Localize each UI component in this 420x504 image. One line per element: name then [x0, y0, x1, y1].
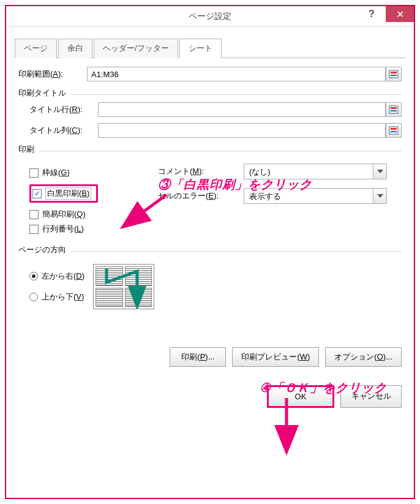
title-cols-input[interactable]	[98, 123, 386, 138]
svg-rect-2	[391, 75, 397, 76]
svg-rect-3	[389, 106, 398, 113]
gridlines-checkbox[interactable]	[29, 168, 39, 178]
title-cols-collapse-button[interactable]	[386, 123, 402, 138]
gridlines-checkbox-row[interactable]: 枠線(G)	[29, 167, 146, 178]
bw-checkbox[interactable]	[32, 189, 42, 198]
order-preview	[93, 264, 154, 309]
annotation-step4: ④「ＯＫ」をクリック	[260, 380, 387, 396]
svg-rect-6	[389, 127, 398, 134]
tab-margins[interactable]: 余白	[58, 39, 92, 58]
draft-checkbox-row[interactable]: 簡易印刷(Q)	[29, 209, 146, 220]
tab-strip: ページ 余白 ヘッダー/フッター シート	[15, 38, 405, 58]
bw-checkbox-row[interactable]: 白黒印刷(B)	[32, 187, 91, 200]
titlebar: ページ設定 ? ✕	[6, 6, 414, 27]
title-rows-label: タイトル行(R):	[29, 104, 98, 115]
order-ttb-radio-row[interactable]: 上から下(V)	[29, 291, 84, 303]
print-button[interactable]: 印刷(P)...	[170, 347, 226, 367]
order-ltr-radio-row[interactable]: 左から右(D)	[29, 271, 84, 282]
options-button[interactable]: オプション(O)...	[325, 347, 402, 367]
close-button[interactable]: ✕	[386, 6, 414, 22]
print-area-input[interactable]	[87, 67, 386, 81]
preview-button[interactable]: 印刷プレビュー(W)	[232, 347, 319, 367]
svg-rect-7	[391, 128, 397, 130]
svg-rect-1	[391, 72, 397, 73]
order-heading: ページの方向	[18, 244, 66, 255]
window-title: ページ設定	[189, 11, 231, 22]
order-ttb-label: 上から下(V)	[42, 291, 84, 303]
print-area-collapse-button[interactable]	[386, 67, 402, 81]
bw-label: 白黒印刷(B)	[45, 187, 91, 200]
svg-rect-5	[391, 110, 397, 111]
svg-rect-8	[391, 131, 397, 132]
chevron-down-icon	[373, 164, 386, 179]
tab-header-footer[interactable]: ヘッダー/フッター	[94, 39, 178, 58]
svg-marker-10	[377, 194, 383, 198]
chevron-down-icon	[373, 189, 386, 203]
title-rows-collapse-button[interactable]	[386, 102, 402, 117]
annotation-step3: ③「白黒印刷」をクリック	[158, 176, 312, 193]
svg-rect-0	[389, 70, 398, 78]
print-titles-heading: 印刷タイトル	[18, 88, 66, 99]
print-area-label: 印刷範囲(A):	[18, 69, 87, 80]
svg-rect-4	[391, 107, 397, 109]
tab-sheet[interactable]: シート	[179, 39, 222, 58]
draft-label: 簡易印刷(Q)	[42, 209, 86, 220]
tab-page[interactable]: ページ	[15, 39, 57, 58]
rowcol-label: 行列番号(L)	[42, 224, 84, 235]
order-ltr-radio[interactable]	[29, 272, 38, 280]
rowcol-checkbox-row[interactable]: 行列番号(L)	[29, 224, 146, 235]
print-heading: 印刷	[18, 144, 34, 155]
draft-checkbox[interactable]	[29, 210, 39, 219]
title-rows-input[interactable]	[98, 102, 386, 117]
gridlines-label: 枠線(G)	[42, 167, 70, 178]
title-cols-label: タイトル列(C):	[29, 125, 98, 136]
order-ltr-label: 左から右(D)	[42, 271, 84, 282]
rowcol-checkbox[interactable]	[29, 225, 39, 234]
order-ttb-radio[interactable]	[29, 293, 38, 301]
help-button[interactable]: ?	[358, 6, 386, 22]
comments-label: コメント(M):	[158, 166, 244, 177]
svg-marker-9	[377, 170, 383, 173]
